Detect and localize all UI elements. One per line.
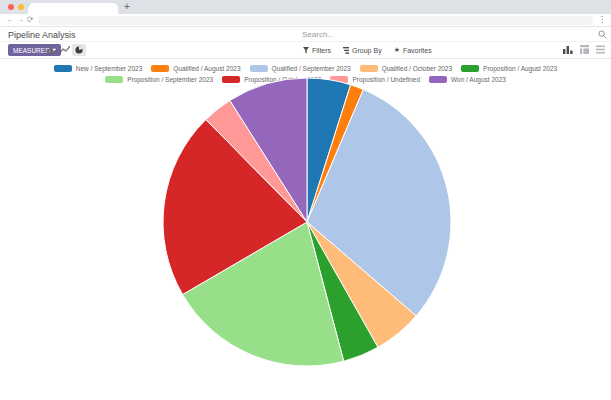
pie-chart [162, 77, 452, 367]
control-panel-toolbar: MEASURES ▾ Filters [0, 42, 611, 59]
group-by-label: Group By [352, 47, 382, 54]
legend-item[interactable]: Qualified / September 2023 [250, 65, 351, 72]
favorites-button[interactable]: ★ Favorites [394, 46, 432, 54]
search-input[interactable] [302, 28, 590, 41]
page-title: Pipeline Analysis [8, 30, 76, 40]
search-facet-buttons: Filters Group By ★ Favorites [303, 42, 432, 58]
view-switcher [563, 45, 605, 54]
group-by-icon [343, 47, 349, 54]
forward-icon[interactable]: → [15, 14, 25, 26]
line-chart-icon[interactable] [58, 44, 72, 56]
search-icon[interactable] [598, 30, 607, 39]
legend-item[interactable]: New / September 2023 [54, 65, 142, 72]
legend-item[interactable]: Qualified / October 2023 [360, 65, 452, 72]
favorites-label: Favorites [403, 47, 432, 54]
minimize-window-icon[interactable] [18, 4, 24, 10]
browser-menu-icon[interactable]: ⋮ [598, 14, 606, 26]
browser-tab[interactable] [28, 3, 118, 14]
close-window-icon[interactable] [8, 4, 14, 10]
legend-label: Qualified / August 2023 [173, 65, 240, 72]
legend-item[interactable]: Qualified / August 2023 [151, 65, 240, 72]
filter-funnel-icon [303, 47, 309, 54]
legend-swatch-icon [360, 65, 378, 72]
legend-swatch-icon [461, 65, 479, 72]
legend-label: Qualified / September 2023 [272, 65, 351, 72]
legend-label: Won / August 2023 [451, 76, 506, 83]
browser-address-row: ← → ⟳ ⋮ [0, 14, 611, 27]
filters-button[interactable]: Filters [303, 47, 331, 54]
legend-label: Qualified / October 2023 [382, 65, 452, 72]
legend-swatch-icon [105, 76, 123, 83]
graph-view-icon[interactable] [563, 45, 573, 54]
legend-swatch-icon [54, 65, 72, 72]
filters-label: Filters [312, 47, 331, 54]
legend-swatch-icon [250, 65, 268, 72]
pie-chart-icon[interactable] [72, 44, 86, 56]
bar-chart-icon[interactable] [44, 44, 58, 56]
pivot-view-icon[interactable] [580, 45, 589, 54]
new-tab-button[interactable]: + [121, 0, 133, 14]
legend-swatch-icon [151, 65, 169, 72]
refresh-icon[interactable]: ⟳ [25, 14, 35, 26]
legend-label: New / September 2023 [76, 65, 142, 72]
list-view-icon[interactable] [596, 45, 605, 54]
address-bar[interactable] [38, 16, 593, 25]
control-panel-top: Pipeline Analysis [0, 27, 611, 42]
legend-label: Proposition / August 2023 [483, 65, 557, 72]
legend-item[interactable]: Proposition / August 2023 [461, 65, 557, 72]
back-icon[interactable]: ← [5, 14, 15, 26]
star-icon: ★ [394, 46, 400, 54]
group-by-button[interactable]: Group By [343, 47, 382, 54]
browser-tabstrip: + [0, 0, 611, 14]
